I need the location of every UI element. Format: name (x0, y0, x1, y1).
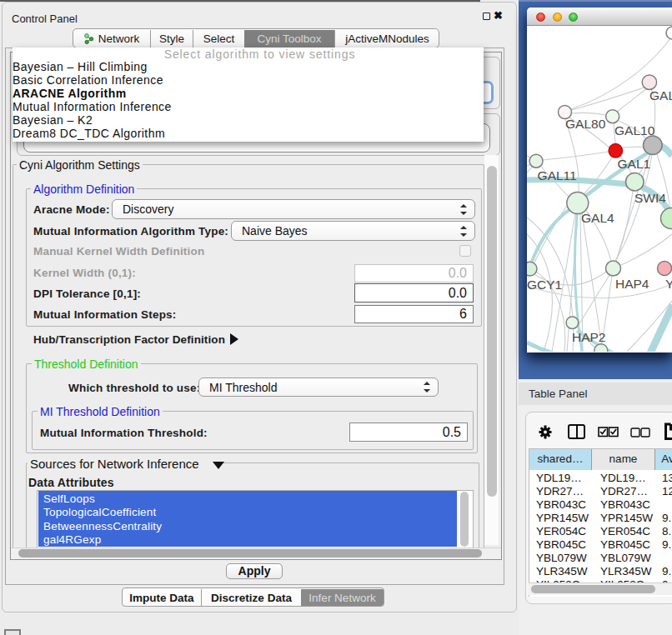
svg-text:GAL7: GAL7 (649, 88, 672, 102)
svg-text:HAP4: HAP4 (615, 277, 649, 291)
svg-text:GCY1: GCY1 (527, 278, 562, 292)
svg-text:GAL1: GAL1 (618, 157, 651, 171)
svg-text:GAL4: GAL4 (581, 211, 614, 225)
svg-text:GAL10: GAL10 (614, 123, 655, 138)
svg-text:YJ: YJ (665, 277, 672, 291)
svg-text:GAL11: GAL11 (538, 168, 577, 182)
svg-text:GAL80: GAL80 (565, 117, 606, 131)
svg-text:SWI4: SWI4 (634, 191, 666, 205)
svg-text:HAP2: HAP2 (572, 330, 606, 344)
